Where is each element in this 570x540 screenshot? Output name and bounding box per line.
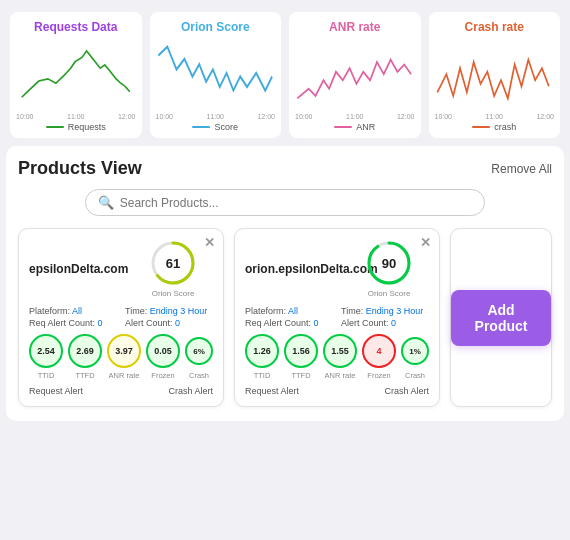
close-card1-button[interactable]: ✕ [204,235,215,250]
chart-wrap-orion [156,38,276,112]
add-product-button[interactable]: Add Product [451,290,551,346]
chart-card-anr: ANR rate 10:00 11:00 12:00 ANR [289,12,421,138]
card1-req-alert: Req Alert Count: 0 [29,318,117,328]
card1-platform: Plateform: All [29,306,117,316]
legend-label-crash: crash [494,122,516,132]
chart-svg-orion [156,38,276,108]
x-labels-orion: 10:00 11:00 12:00 [156,113,276,120]
legend-line-anr [334,126,352,128]
card1-label-frozen: Frozen [146,371,180,380]
card1-orion-circle: 61 [149,239,197,287]
card1-orion-wrap: 61 Orion Score [149,239,197,298]
card2-request-alert: Request Alert [245,386,299,396]
card2-crash-alert: Crash Alert [384,386,429,396]
chart-wrap-crash [435,38,555,112]
card1-alert-row: Request Alert Crash Alert [29,386,213,396]
legend-anr: ANR [334,122,375,132]
x-labels-anr: 10:00 11:00 12:00 [295,113,415,120]
add-product-card: Add Product [450,228,552,407]
product-card-1: ✕ epsilonDelta.com 61 Orion Score Platef… [18,228,224,407]
card2-time: Time: Ending 3 Hour [341,306,429,316]
card2-orion-circle: 90 [365,239,413,287]
card1-crash-alert: Crash Alert [168,386,213,396]
legend-crash: crash [472,122,516,132]
card1-info: Plateform: All Time: Ending 3 Hour Req A… [29,306,213,328]
card1-request-alert: Request Alert [29,386,83,396]
card2-label-crash: Crash [401,371,429,380]
product-cards-row: ✕ epsilonDelta.com 61 Orion Score Platef… [18,228,552,407]
chart-wrap-requests [16,38,136,112]
card2-info: Plateform: All Time: Ending 3 Hour Req A… [245,306,429,328]
charts-section: Requests Data 10:00 11:00 12:00 Requests… [0,0,570,146]
card2-metrics-row: 1.26 1.56 1.55 4 1% [245,334,429,368]
card1-domain: epsilonDelta.com [29,262,128,276]
chart-title-crash: Crash rate [465,20,524,34]
card1-label-ttid: TTID [29,371,63,380]
card1-label-crash: Crash [185,371,213,380]
chart-card-requests: Requests Data 10:00 11:00 12:00 Requests [10,12,142,138]
chart-wrap-anr [295,38,415,112]
card2-top: orion.epsilonDelta.com 90 Orion Score [245,239,429,298]
card2-metric-crash: 1% [401,337,429,365]
card1-label-anr: ANR rate [107,371,141,380]
page-title: Products View [18,158,142,179]
card2-metric-anr: 1.55 [323,334,357,368]
card2-domain: orion.epsilonDelta.com [245,262,365,276]
card2-metric-ttid: 1.26 [245,334,279,368]
card2-req-alert: Req Alert Count: 0 [245,318,333,328]
chart-card-orion: Orion Score 10:00 11:00 12:00 Score [150,12,282,138]
chart-svg-anr [295,38,415,108]
search-input[interactable] [120,196,473,210]
remove-all-button[interactable]: Remove All [491,162,552,176]
legend-label-orion: Score [214,122,238,132]
product-card-2: ✕ orion.epsilonDelta.com 90 Orion Score … [234,228,440,407]
card2-metric-ttfd: 1.56 [284,334,318,368]
card1-metric-ttfd: 2.69 [68,334,102,368]
legend-label-anr: ANR [356,122,375,132]
search-bar[interactable]: 🔍 [85,189,486,216]
legend-label-requests: Requests [68,122,106,132]
chart-svg-requests [16,38,136,108]
chart-title-anr: ANR rate [329,20,380,34]
card1-time: Time: Ending 3 Hour [125,306,213,316]
card1-metric-crash: 6% [185,337,213,365]
card2-metrics-labels: TTID TTFD ANR rate Frozen Crash [245,371,429,380]
card1-orion-label: Orion Score [152,289,195,298]
card2-label-ttfd: TTFD [284,371,318,380]
card2-metric-frozen: 4 [362,334,396,368]
card2-label-ttid: TTID [245,371,279,380]
card2-orion-wrap: 90 Orion Score [365,239,413,298]
card2-orion-score: 90 [382,256,396,271]
card1-label-ttfd: TTFD [68,371,102,380]
card1-top: epsilonDelta.com 61 Orion Score [29,239,213,298]
card1-metrics-labels: TTID TTFD ANR rate Frozen Crash [29,371,213,380]
card2-orion-label: Orion Score [368,289,411,298]
chart-title-requests: Requests Data [34,20,117,34]
card2-platform: Plateform: All [245,306,333,316]
card2-label-frozen: Frozen [362,371,396,380]
card1-alert-count: Alert Count: 0 [125,318,213,328]
legend-line-crash [472,126,490,128]
search-icon: 🔍 [98,195,114,210]
chart-title-orion: Orion Score [181,20,250,34]
card1-metric-frozen: 0.05 [146,334,180,368]
card2-label-anr: ANR rate [323,371,357,380]
legend-requests: Requests [46,122,106,132]
x-labels-crash: 10:00 11:00 12:00 [435,113,555,120]
legend-line-requests [46,126,64,128]
legend-line-orion [192,126,210,128]
card2-alert-row: Request Alert Crash Alert [245,386,429,396]
card1-metric-ttid: 2.54 [29,334,63,368]
chart-card-crash: Crash rate 10:00 11:00 12:00 crash [429,12,561,138]
products-header: Products View Remove All [18,158,552,179]
card1-metrics-row: 2.54 2.69 3.97 0.05 6% [29,334,213,368]
card1-metric-anr: 3.97 [107,334,141,368]
products-section: Products View Remove All 🔍 ✕ epsilonDelt… [6,146,564,421]
card2-alert-count: Alert Count: 0 [341,318,429,328]
legend-orion: Score [192,122,238,132]
x-labels-requests: 10:00 11:00 12:00 [16,113,136,120]
card1-orion-score: 61 [166,256,180,271]
close-card2-button[interactable]: ✕ [420,235,431,250]
chart-svg-crash [435,38,555,108]
